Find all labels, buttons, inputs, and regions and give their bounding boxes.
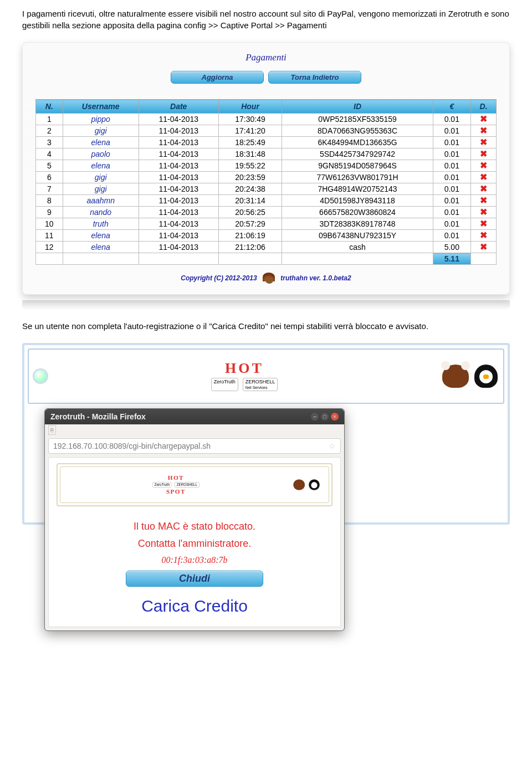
cell-n: 5 [36, 160, 63, 172]
popup-inner-panel: HOT ZeroTruth ZEROSHELL SPOT [57, 463, 332, 506]
cell-id: 5SD44257347929742 [282, 148, 433, 160]
brand-row-mini: ZeroTruth ZEROSHELL [152, 482, 200, 488]
cell-n: 10 [36, 218, 63, 230]
cell-hour: 20:23:59 [218, 172, 282, 183]
cell-id: 6K484994MD136635G [282, 137, 433, 148]
charge-credit-link[interactable]: Carica Credito [57, 597, 332, 616]
delete-row-button[interactable]: ✖ [471, 148, 497, 160]
cell-hour: 20:31:14 [218, 195, 282, 207]
delete-row-button[interactable]: ✖ [471, 183, 497, 195]
cell-username[interactable]: elena [63, 137, 139, 148]
cell-date: 11-04-2013 [139, 125, 218, 137]
cell-hour: 21:06:19 [218, 230, 282, 242]
cell-hour: 18:25:49 [218, 137, 282, 148]
table-row: 5elena11-04-201319:55:229GN85194D0587964… [36, 160, 497, 172]
page-tab-icon[interactable]: ⎘ [48, 425, 56, 435]
cell-id: 0WP52185XF5335159 [282, 114, 433, 125]
close-icon[interactable]: × [331, 413, 339, 420]
payments-table: N. Username Date Hour ID € D. 1pippo11-0… [35, 99, 497, 265]
cell-date: 11-04-2013 [139, 242, 218, 253]
brand-zeroshell: ZEROSHELLNet Services [243, 378, 278, 391]
payments-title: Pagamenti [35, 52, 497, 63]
cell-hour: 20:24:38 [218, 183, 282, 195]
cell-username[interactable]: nando [63, 207, 139, 218]
maximize-icon[interactable]: □ [321, 413, 329, 420]
delete-x-icon: ✖ [480, 126, 487, 135]
cell-id: 7HG48914W20752143 [282, 183, 433, 195]
hotspot-logo: HOT ZeroTruth ZEROSHELLNet Services [211, 360, 278, 392]
version-text: truthahn ver. 1.0.beta2 [280, 274, 351, 282]
logo-hot-mini: HOT [167, 474, 183, 481]
cell-username[interactable]: elena [63, 242, 139, 253]
cell-n: 2 [36, 125, 63, 137]
delete-row-button[interactable]: ✖ [471, 195, 497, 207]
cell-hour: 20:57:29 [218, 218, 282, 230]
firefox-titlebar: Zerotruth - Mozilla Firefox – □ × [45, 409, 344, 424]
delete-row-button[interactable]: ✖ [471, 114, 497, 125]
penguin-avatar-icon [474, 365, 498, 388]
brand-zerotruth: ZeroTruth [211, 378, 238, 391]
table-row: 1pippo11-04-201317:30:490WP52185XF533515… [36, 114, 497, 125]
cell-hour: 18:31:48 [218, 148, 282, 160]
col-date: Date [139, 100, 218, 114]
minimize-icon[interactable]: – [311, 413, 319, 420]
col-delete: D. [471, 100, 497, 114]
cell-n: 3 [36, 137, 63, 148]
table-row: 3elena11-04-201318:25:496K484994MD136635… [36, 137, 497, 148]
delete-row-button[interactable]: ✖ [471, 230, 497, 242]
delete-x-icon: ✖ [480, 161, 487, 170]
window-title: Zerotruth - Mozilla Firefox [50, 412, 146, 421]
cell-date: 11-04-2013 [139, 148, 218, 160]
cell-n: 7 [36, 183, 63, 195]
cell-username[interactable]: gigi [63, 183, 139, 195]
table-row: 7gigi11-04-201320:24:387HG48914W20752143… [36, 183, 497, 195]
cow-avatar-icon [442, 365, 469, 388]
cell-username[interactable]: truth [63, 218, 139, 230]
delete-row-button[interactable]: ✖ [471, 172, 497, 183]
back-button[interactable]: Torna Indietro [268, 71, 361, 84]
firefox-window: Zerotruth - Mozilla Firefox – □ × ⎘ 192.… [44, 408, 345, 631]
cell-username[interactable]: gigi [63, 125, 139, 137]
col-n: N. [36, 100, 63, 114]
delete-row-button[interactable]: ✖ [471, 160, 497, 172]
cell-username[interactable]: paolo [63, 148, 139, 160]
cell-id: 8DA70663NG955363C [282, 125, 433, 137]
avatar-row [442, 365, 498, 388]
cell-eur: 5.00 [433, 242, 470, 253]
cell-date: 11-04-2013 [139, 137, 218, 148]
window-controls: – □ × [311, 413, 339, 420]
delete-row-button[interactable]: ✖ [471, 125, 497, 137]
refresh-button[interactable]: Aggiorna [171, 71, 264, 84]
cell-date: 11-04-2013 [139, 195, 218, 207]
bookmark-star-icon[interactable]: ☆ [329, 442, 336, 450]
cell-eur: 0.01 [433, 218, 470, 230]
screenshot-stack: HOT ZeroTruth ZEROSHELLNet Services Zero… [22, 343, 510, 675]
intro-paragraph: I pagamenti ricevuti, oltre naturalmente… [22, 8, 510, 31]
mac-address: 00:1f:3a:03:a8:7b [57, 555, 332, 565]
cell-id: 4D501598JY8943118 [282, 195, 433, 207]
table-row: 6gigi11-04-201320:23:5977W61263VW801791H… [36, 172, 497, 183]
cell-date: 11-04-2013 [139, 183, 218, 195]
cell-eur: 0.01 [433, 230, 470, 242]
delete-x-icon: ✖ [480, 114, 487, 124]
popup-hotspot-logo: HOT ZeroTruth ZEROSHELL SPOT [152, 474, 200, 495]
cell-username[interactable]: gigi [63, 172, 139, 183]
delete-x-icon: ✖ [480, 137, 487, 147]
cell-username[interactable]: elena [63, 230, 139, 242]
cell-n: 4 [36, 148, 63, 160]
cell-id: 9GN85194D0587964S [282, 160, 433, 172]
contact-admin-message: Contatta l'amministratore. [57, 538, 332, 550]
delete-row-button[interactable]: ✖ [471, 242, 497, 253]
cell-username[interactable]: aaahmn [63, 195, 139, 207]
address-bar[interactable]: 192.168.70.100:8089/cgi-bin/chargepaypal… [48, 438, 341, 454]
logo-spot-mini: SPOT [166, 488, 186, 495]
cell-username[interactable]: elena [63, 160, 139, 172]
copyright-text: Copyright (C) 2012-2013 [181, 274, 257, 282]
cell-username[interactable]: pippo [63, 114, 139, 125]
delete-row-button[interactable]: ✖ [471, 207, 497, 218]
delete-row-button[interactable]: ✖ [471, 137, 497, 148]
delete-row-button[interactable]: ✖ [471, 218, 497, 230]
cell-n: 9 [36, 207, 63, 218]
delete-x-icon: ✖ [480, 219, 487, 228]
close-popup-button[interactable]: Chiudi [126, 571, 263, 587]
